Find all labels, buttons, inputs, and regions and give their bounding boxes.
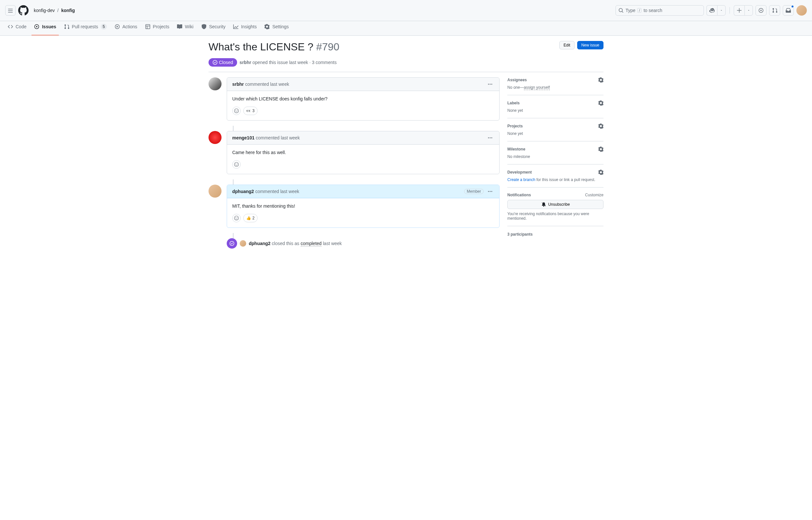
search-input[interactable]: Type / to search [616, 5, 704, 16]
projects-content: None yet [507, 131, 604, 136]
tab-code[interactable]: Code [5, 21, 29, 35]
reaction-count: 3 [252, 108, 255, 113]
comment-author[interactable]: dphuang2 [232, 189, 254, 194]
copilot-dropdown[interactable] [717, 5, 726, 16]
tab-security[interactable]: Security [199, 21, 228, 35]
reaction-thumbsup[interactable]: 👍 2 [243, 214, 258, 222]
comment-box: dphuang2 commented last week Member MIT,… [227, 185, 500, 228]
layout: srbhr commented last week Under which LI… [208, 77, 604, 249]
event-author[interactable]: dphuang2 [249, 241, 271, 246]
add-reaction[interactable] [232, 160, 241, 169]
inbox-icon [786, 8, 791, 13]
unsubscribe-button[interactable]: Unsubscribe [507, 200, 604, 209]
tab-label: Issues [42, 24, 56, 29]
gear-icon [598, 147, 604, 152]
chevron-down-icon [747, 9, 750, 12]
issue-title: What's the LICENSE ? #790 [208, 41, 554, 53]
event-text2: last week [321, 241, 342, 246]
add-reaction[interactable] [232, 214, 241, 222]
labels-gear[interactable] [598, 100, 604, 106]
svg-point-7 [488, 84, 489, 85]
create-button[interactable] [734, 5, 745, 16]
inbox-button[interactable] [783, 5, 794, 16]
meta-author[interactable]: srbhr [240, 60, 251, 65]
closed-icon [213, 60, 218, 65]
tab-issues[interactable]: Issues [31, 21, 59, 35]
svg-point-1 [760, 10, 762, 11]
comment-meta: commented last week [255, 189, 299, 194]
create-group [734, 5, 753, 16]
breadcrumb-repo[interactable]: konfig [61, 8, 75, 13]
create-dropdown[interactable] [745, 5, 753, 16]
development-gear[interactable] [598, 170, 604, 175]
copilot-icon [709, 8, 715, 13]
tab-actions[interactable]: Actions [112, 21, 140, 35]
edit-button[interactable]: Edit [559, 41, 575, 49]
comment-body: Came here for this as well. [227, 145, 499, 160]
tab-settings[interactable]: Settings [262, 21, 291, 35]
comment-author[interactable]: menge101 [232, 135, 254, 140]
user-avatar[interactable] [796, 5, 807, 16]
issue-meta: Closed srbhr opened this issue last week… [208, 58, 604, 72]
issues-header-button[interactable] [755, 5, 766, 16]
event-completed[interactable]: completed [301, 241, 322, 246]
milestone-gear[interactable] [598, 147, 604, 152]
svg-point-24 [237, 217, 238, 218]
github-logo[interactable] [18, 5, 29, 16]
tab-wiki[interactable]: Wiki [174, 21, 196, 35]
svg-point-15 [492, 137, 493, 138]
avatar[interactable] [208, 77, 222, 90]
participants-section: 3 participants [507, 226, 604, 242]
svg-point-14 [490, 137, 491, 138]
tab-label: Actions [122, 24, 137, 29]
reaction-eyes[interactable]: 👀 3 [243, 107, 258, 115]
avatar[interactable] [208, 185, 222, 198]
main-column: srbhr commented last week Under which LI… [208, 77, 500, 249]
book-icon [177, 24, 182, 29]
breadcrumb-sep: / [57, 8, 59, 13]
event-avatar[interactable] [240, 240, 246, 247]
divider [729, 7, 730, 14]
projects-gear[interactable] [598, 124, 604, 129]
search-prefix: Type [625, 8, 635, 13]
add-reaction[interactable] [232, 107, 241, 115]
copilot-button[interactable] [706, 5, 717, 16]
comment-menu[interactable] [486, 187, 494, 195]
reactions: 👀 3 [227, 107, 499, 120]
connector [233, 179, 500, 185]
svg-point-12 [237, 110, 238, 111]
tab-insights[interactable]: Insights [231, 21, 259, 35]
smiley-icon [234, 108, 239, 113]
assign-yourself[interactable]: assign yourself [524, 85, 550, 90]
meta-rest: opened this issue last week · 3 comments [251, 60, 336, 65]
breadcrumb-owner[interactable]: konfig-dev [34, 8, 55, 13]
issue-icon [34, 24, 39, 29]
kebab-icon [487, 189, 493, 194]
comment-author[interactable]: srbhr [232, 82, 244, 87]
svg-point-20 [490, 191, 491, 192]
gear-icon [598, 124, 604, 129]
customize-link[interactable]: Customize [585, 193, 604, 197]
avatar[interactable] [208, 131, 222, 144]
play-icon [115, 24, 120, 29]
svg-point-18 [237, 164, 238, 164]
milestone-content: No milestone [507, 154, 604, 159]
hamburger-menu[interactable] [5, 5, 16, 16]
hamburger-icon [8, 8, 13, 13]
issue-header: What's the LICENSE ? #790 Edit New issue [208, 41, 604, 56]
create-branch-link[interactable]: Create a branch [507, 178, 535, 182]
comment-meta: commented last week [256, 135, 300, 140]
event-text1: closed this as [271, 241, 301, 246]
tab-projects[interactable]: Projects [143, 21, 172, 35]
labels-section: Labels None yet [507, 95, 604, 118]
svg-point-10 [234, 109, 239, 113]
new-issue-button[interactable]: New issue [577, 41, 604, 49]
comment-menu[interactable] [486, 80, 494, 88]
comment-menu[interactable] [486, 134, 494, 142]
svg-point-21 [492, 191, 493, 192]
tab-pulls[interactable]: Pull requests 5 [61, 21, 109, 35]
pulls-header-button[interactable] [769, 5, 780, 16]
connector [233, 126, 500, 131]
kebab-icon [487, 82, 493, 87]
assignees-gear[interactable] [598, 77, 604, 82]
